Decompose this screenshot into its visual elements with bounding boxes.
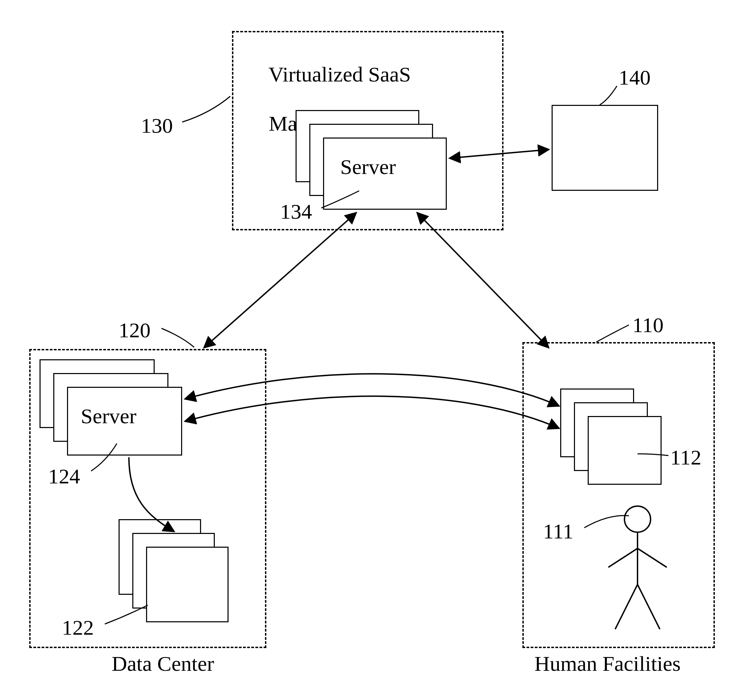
svg-line-2 (418, 213, 548, 347)
ref-130: 130 (141, 113, 173, 138)
svg-line-1 (205, 213, 356, 347)
top-server-label: Server (340, 155, 396, 179)
external-box (552, 105, 658, 191)
diagram-canvas: Virtualized SaaS Management Server Serve… (0, 0, 742, 700)
dc-stack-front (146, 547, 228, 622)
hf-stack-front (588, 416, 662, 485)
ref-124: 124 (48, 464, 80, 489)
ref-120: 120 (119, 318, 150, 342)
data-center-caption: Data Center (112, 651, 214, 676)
title-line1: Virtualized SaaS (268, 63, 411, 86)
ref-140: 140 (618, 65, 651, 90)
dc-server-label: Server (81, 404, 137, 428)
ref-134: 134 (280, 199, 312, 224)
ref-112: 112 (670, 445, 701, 470)
ref-111: 111 (543, 519, 573, 544)
ref-110: 110 (632, 313, 664, 337)
ref-122: 122 (62, 615, 94, 640)
human-facilities-caption: Human Facilities (534, 651, 680, 676)
human-facilities-container (523, 342, 715, 648)
